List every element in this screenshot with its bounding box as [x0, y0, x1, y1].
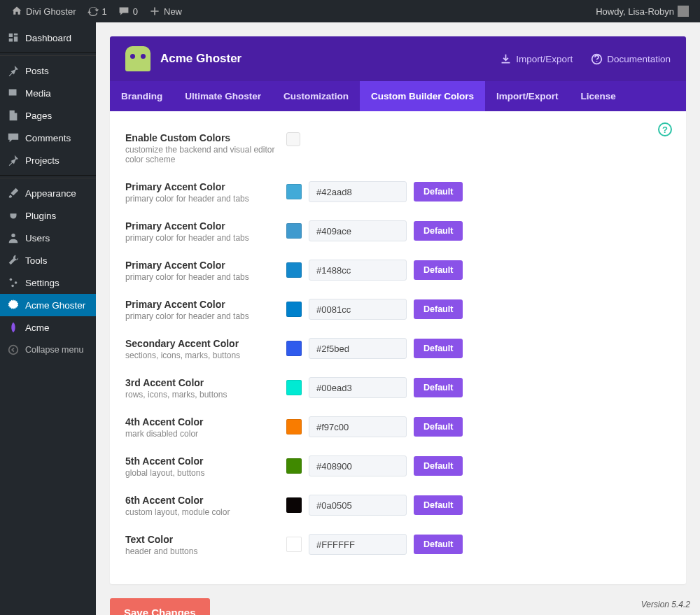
home-icon — [11, 6, 22, 17]
content-area: Acme Ghoster Import/ExportDocumentation … — [96, 22, 700, 615]
color-title: 6th Accent Color — [125, 495, 275, 506]
color-swatch[interactable] — [286, 537, 302, 552]
color-hex-input[interactable] — [309, 260, 407, 281]
help-icon[interactable]: ? — [658, 122, 672, 136]
collapse-label: Collapse menu — [25, 345, 83, 355]
sidebar-item-label: Settings — [25, 278, 59, 288]
save-button[interactable]: Save Changes — [110, 598, 210, 615]
plus-icon — [149, 6, 160, 17]
default-button[interactable]: Default — [414, 299, 463, 319]
color-hex-input[interactable] — [309, 534, 407, 555]
adminbar-site-link[interactable]: Divi Ghoster — [6, 0, 82, 22]
color-title: 3rd Accent Color — [125, 377, 275, 388]
header-link-documentation[interactable]: Documentation — [591, 53, 671, 65]
color-desc: sections, icons, marks, buttons — [125, 351, 275, 360]
sidebar-item-projects[interactable]: Projects — [0, 149, 96, 171]
color-swatch[interactable] — [286, 380, 302, 395]
default-button[interactable]: Default — [414, 221, 463, 241]
sidebar-item-dashboard[interactable]: Dashboard — [0, 27, 96, 49]
color-title: Secondary Accent Color — [125, 338, 275, 349]
svg-point-3 — [11, 285, 14, 288]
sidebar-item-posts[interactable]: Posts — [0, 59, 96, 82]
sidebar-item-label: Plugins — [25, 211, 56, 221]
color-swatch[interactable] — [286, 497, 302, 513]
svg-point-4 — [9, 346, 18, 355]
sidebar-item-acme[interactable]: Acme — [0, 316, 96, 339]
sidebar-item-label: Projects — [25, 155, 59, 166]
gear-icon — [7, 299, 20, 311]
download-icon — [500, 53, 512, 65]
color-hex-input[interactable] — [309, 338, 407, 359]
sidebar-item-users[interactable]: Users — [0, 227, 96, 249]
header-link-label: Documentation — [607, 54, 671, 64]
default-button[interactable]: Default — [414, 260, 463, 280]
default-button[interactable]: Default — [414, 535, 463, 554]
sliders-icon — [7, 276, 20, 289]
pin-icon — [7, 64, 20, 77]
header-link-import-export[interactable]: Import/Export — [500, 53, 573, 65]
color-row: 5th Accent Colorglobal layout, buttonsDe… — [125, 447, 671, 486]
color-swatch[interactable] — [286, 458, 302, 474]
panel-tabs: BrandingUltimate GhosterCustomizationCus… — [110, 81, 686, 111]
color-hex-input[interactable] — [309, 299, 407, 320]
color-row: Primary Accent Colorprimary color for he… — [125, 251, 671, 290]
sidebar-item-media[interactable]: Media — [0, 82, 96, 104]
color-desc: custom layout, module color — [125, 507, 275, 517]
panel-header: Acme Ghoster Import/ExportDocumentation — [110, 36, 686, 81]
color-swatch[interactable] — [286, 223, 302, 239]
color-desc: primary color for header and tabs — [125, 233, 275, 243]
page-icon — [7, 109, 20, 122]
color-hex-input[interactable] — [309, 495, 407, 516]
sidebar-item-tools[interactable]: Tools — [0, 249, 96, 271]
collapse-menu[interactable]: Collapse menu — [0, 339, 96, 361]
color-swatch[interactable] — [286, 302, 302, 317]
color-hex-input[interactable] — [309, 416, 407, 437]
version-label: Version 5.4.2 — [641, 600, 690, 609]
color-hex-input[interactable] — [309, 377, 407, 398]
adminbar-howdy: Howdy, Lisa-Robyn — [596, 6, 674, 17]
enable-toggle[interactable] — [286, 132, 300, 146]
adminbar-new[interactable]: New — [144, 0, 188, 22]
pin-icon — [7, 154, 20, 167]
tab-ultimate-ghoster[interactable]: Ultimate Ghoster — [174, 81, 272, 111]
tab-import-export[interactable]: Import/Export — [485, 81, 570, 111]
sidebar-item-pages[interactable]: Pages — [0, 104, 96, 127]
default-button[interactable]: Default — [414, 417, 463, 437]
sidebar-item-plugins[interactable]: Plugins — [0, 204, 96, 227]
default-button[interactable]: Default — [414, 182, 463, 202]
default-button[interactable]: Default — [414, 456, 463, 476]
adminbar-account[interactable]: Howdy, Lisa-Robyn — [590, 0, 694, 22]
tab-branding[interactable]: Branding — [110, 81, 174, 111]
color-swatch[interactable] — [286, 184, 302, 199]
color-row: Text Colorheader and buttonsDefault — [125, 525, 671, 565]
dashboard-icon — [7, 31, 20, 44]
settings-panel: Acme Ghoster Import/ExportDocumentation … — [110, 36, 686, 584]
color-row: 3rd Accent Colorrows, icons, marks, butt… — [125, 369, 671, 408]
sidebar-item-comments[interactable]: Comments — [0, 127, 96, 149]
sidebar-item-appearance[interactable]: Appearance — [0, 182, 96, 204]
color-hex-input[interactable] — [309, 181, 407, 202]
color-hex-input[interactable] — [309, 455, 407, 476]
adminbar-updates-count: 1 — [102, 6, 107, 17]
enable-desc: customize the backend and visual editor … — [125, 145, 275, 164]
adminbar-new-label: New — [164, 6, 182, 17]
panel-title: Acme Ghoster — [160, 52, 241, 66]
color-swatch[interactable] — [286, 419, 302, 434]
sidebar-item-settings[interactable]: Settings — [0, 271, 96, 294]
adminbar-comments[interactable]: 0 — [113, 0, 144, 22]
wrench-icon — [7, 254, 20, 267]
color-title: 4th Accent Color — [125, 416, 275, 427]
sidebar-item-acme-ghoster[interactable]: Acme Ghoster — [0, 294, 96, 316]
default-button[interactable]: Default — [414, 495, 463, 515]
color-hex-input[interactable] — [309, 220, 407, 241]
tab-license[interactable]: License — [570, 81, 627, 111]
sidebar-item-label: Tools — [25, 255, 48, 266]
color-swatch[interactable] — [286, 262, 302, 278]
tab-customization[interactable]: Customization — [272, 81, 360, 111]
enable-row: Enable Custom Colors customize the backe… — [125, 124, 671, 173]
adminbar-updates[interactable]: 1 — [82, 0, 113, 22]
default-button[interactable]: Default — [414, 378, 463, 397]
default-button[interactable]: Default — [414, 339, 463, 358]
tab-custom-builder-colors[interactable]: Custom Builder Colors — [360, 81, 485, 111]
color-swatch[interactable] — [286, 341, 302, 356]
